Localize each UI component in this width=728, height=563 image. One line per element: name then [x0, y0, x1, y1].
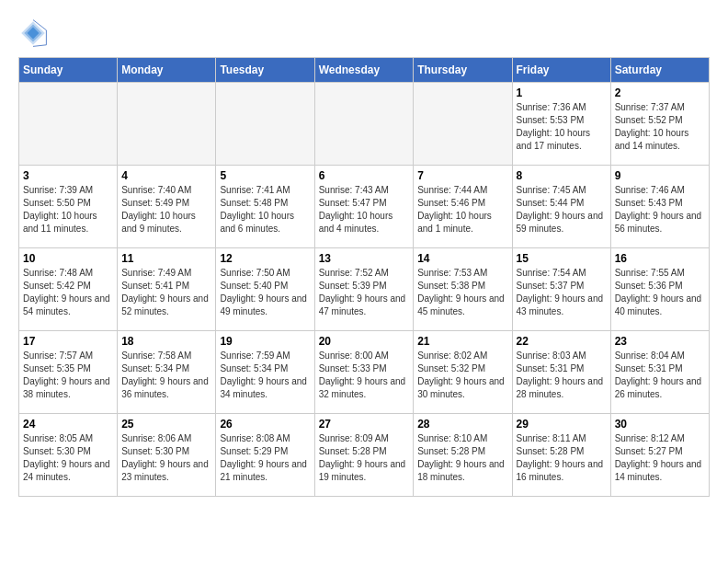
- calendar-cell: 9Sunrise: 7:46 AMSunset: 5:43 PMDaylight…: [610, 166, 709, 248]
- calendar-cell: 12Sunrise: 7:50 AMSunset: 5:40 PMDayligh…: [216, 248, 314, 331]
- calendar-cell: 18Sunrise: 7:58 AMSunset: 5:34 PMDayligh…: [118, 331, 216, 414]
- week-row-3: 10Sunrise: 7:48 AMSunset: 5:42 PMDayligh…: [19, 248, 710, 331]
- day-number: 1: [517, 86, 607, 99]
- day-number: 20: [319, 335, 410, 348]
- weekday-header-thursday: Thursday: [414, 58, 512, 83]
- day-number: 16: [615, 252, 705, 265]
- calendar-cell: 13Sunrise: 7:52 AMSunset: 5:39 PMDayligh…: [314, 248, 414, 331]
- day-number: 28: [417, 418, 507, 431]
- day-info: Sunrise: 8:11 AMSunset: 5:28 PMDaylight:…: [517, 432, 607, 484]
- day-number: 12: [220, 252, 310, 265]
- day-info: Sunrise: 7:39 AMSunset: 5:50 PMDaylight:…: [23, 184, 113, 236]
- weekday-header-sunday: Sunday: [19, 58, 118, 83]
- calendar-cell: 14Sunrise: 7:53 AMSunset: 5:38 PMDayligh…: [414, 248, 512, 331]
- day-info: Sunrise: 7:50 AMSunset: 5:40 PMDaylight:…: [220, 267, 310, 318]
- day-number: 30: [615, 418, 705, 431]
- day-number: 18: [121, 335, 211, 348]
- day-info: Sunrise: 7:41 AMSunset: 5:48 PMDaylight:…: [220, 184, 310, 236]
- day-number: 3: [23, 169, 113, 182]
- weekday-header-wednesday: Wednesday: [314, 58, 414, 83]
- day-number: 21: [417, 335, 507, 348]
- day-info: Sunrise: 8:02 AMSunset: 5:32 PMDaylight:…: [417, 350, 507, 401]
- calendar-cell: 23Sunrise: 8:04 AMSunset: 5:31 PMDayligh…: [610, 331, 709, 414]
- day-info: Sunrise: 7:58 AMSunset: 5:34 PMDaylight:…: [121, 350, 211, 401]
- day-number: 25: [121, 418, 211, 431]
- day-number: 27: [319, 418, 410, 431]
- day-info: Sunrise: 7:48 AMSunset: 5:42 PMDaylight:…: [23, 267, 113, 318]
- weekday-header-row: SundayMondayTuesdayWednesdayThursdayFrid…: [19, 58, 710, 83]
- day-info: Sunrise: 7:52 AMSunset: 5:39 PMDaylight:…: [319, 267, 410, 318]
- calendar-cell: [216, 83, 314, 166]
- day-number: 8: [517, 169, 607, 182]
- day-number: 5: [220, 169, 310, 182]
- day-number: 29: [517, 418, 607, 431]
- day-info: Sunrise: 8:10 AMSunset: 5:28 PMDaylight:…: [417, 432, 507, 484]
- day-info: Sunrise: 8:09 AMSunset: 5:28 PMDaylight:…: [319, 432, 410, 484]
- calendar-cell: 7Sunrise: 7:44 AMSunset: 5:46 PMDaylight…: [414, 166, 512, 248]
- week-row-5: 24Sunrise: 8:05 AMSunset: 5:30 PMDayligh…: [19, 414, 710, 497]
- week-row-2: 3Sunrise: 7:39 AMSunset: 5:50 PMDaylight…: [19, 166, 710, 248]
- calendar-cell: [118, 83, 216, 166]
- day-number: 10: [23, 252, 113, 265]
- weekday-header-tuesday: Tuesday: [216, 58, 314, 83]
- calendar-cell: 20Sunrise: 8:00 AMSunset: 5:33 PMDayligh…: [314, 331, 414, 414]
- day-info: Sunrise: 8:05 AMSunset: 5:30 PMDaylight:…: [23, 432, 113, 484]
- calendar-cell: 1Sunrise: 7:36 AMSunset: 5:53 PMDaylight…: [512, 83, 610, 166]
- day-info: Sunrise: 7:57 AMSunset: 5:35 PMDaylight:…: [23, 350, 113, 401]
- day-info: Sunrise: 7:37 AMSunset: 5:52 PMDaylight:…: [615, 101, 705, 153]
- calendar-cell: 10Sunrise: 7:48 AMSunset: 5:42 PMDayligh…: [19, 248, 118, 331]
- day-number: 13: [319, 252, 410, 265]
- day-number: 22: [517, 335, 607, 348]
- day-info: Sunrise: 8:08 AMSunset: 5:29 PMDaylight:…: [220, 432, 310, 484]
- calendar-cell: 11Sunrise: 7:49 AMSunset: 5:41 PMDayligh…: [118, 248, 216, 331]
- day-number: 7: [417, 169, 507, 182]
- day-number: 2: [615, 86, 705, 99]
- day-info: Sunrise: 8:00 AMSunset: 5:33 PMDaylight:…: [319, 350, 410, 401]
- calendar-cell: [414, 83, 512, 166]
- calendar-cell: 16Sunrise: 7:55 AMSunset: 5:36 PMDayligh…: [610, 248, 709, 331]
- logo-icon: [18, 18, 48, 48]
- calendar-cell: 15Sunrise: 7:54 AMSunset: 5:37 PMDayligh…: [512, 248, 610, 331]
- calendar-cell: 24Sunrise: 8:05 AMSunset: 5:30 PMDayligh…: [19, 414, 118, 497]
- day-info: Sunrise: 7:40 AMSunset: 5:49 PMDaylight:…: [121, 184, 211, 236]
- day-number: 15: [517, 252, 607, 265]
- calendar-cell: [19, 83, 118, 166]
- week-row-4: 17Sunrise: 7:57 AMSunset: 5:35 PMDayligh…: [19, 331, 710, 414]
- weekday-header-friday: Friday: [512, 58, 610, 83]
- day-info: Sunrise: 7:36 AMSunset: 5:53 PMDaylight:…: [517, 101, 607, 153]
- day-number: 23: [615, 335, 705, 348]
- calendar-cell: 22Sunrise: 8:03 AMSunset: 5:31 PMDayligh…: [512, 331, 610, 414]
- page-header: [18, 18, 710, 48]
- day-number: 4: [121, 169, 211, 182]
- day-info: Sunrise: 8:12 AMSunset: 5:27 PMDaylight:…: [615, 432, 705, 484]
- calendar: SundayMondayTuesdayWednesdayThursdayFrid…: [18, 57, 710, 497]
- day-info: Sunrise: 7:45 AMSunset: 5:44 PMDaylight:…: [517, 184, 607, 236]
- calendar-cell: 5Sunrise: 7:41 AMSunset: 5:48 PMDaylight…: [216, 166, 314, 248]
- day-info: Sunrise: 7:46 AMSunset: 5:43 PMDaylight:…: [615, 184, 705, 236]
- day-info: Sunrise: 7:55 AMSunset: 5:36 PMDaylight:…: [615, 267, 705, 318]
- calendar-cell: 17Sunrise: 7:57 AMSunset: 5:35 PMDayligh…: [19, 331, 118, 414]
- day-number: 24: [23, 418, 113, 431]
- calendar-cell: 29Sunrise: 8:11 AMSunset: 5:28 PMDayligh…: [512, 414, 610, 497]
- calendar-cell: 4Sunrise: 7:40 AMSunset: 5:49 PMDaylight…: [118, 166, 216, 248]
- day-info: Sunrise: 8:04 AMSunset: 5:31 PMDaylight:…: [615, 350, 705, 401]
- calendar-cell: 27Sunrise: 8:09 AMSunset: 5:28 PMDayligh…: [314, 414, 414, 497]
- day-number: 17: [23, 335, 113, 348]
- calendar-cell: 26Sunrise: 8:08 AMSunset: 5:29 PMDayligh…: [216, 414, 314, 497]
- day-info: Sunrise: 7:49 AMSunset: 5:41 PMDaylight:…: [121, 267, 211, 318]
- weekday-header-saturday: Saturday: [610, 58, 709, 83]
- day-info: Sunrise: 7:53 AMSunset: 5:38 PMDaylight:…: [417, 267, 507, 318]
- day-info: Sunrise: 7:54 AMSunset: 5:37 PMDaylight:…: [517, 267, 607, 318]
- day-info: Sunrise: 7:59 AMSunset: 5:34 PMDaylight:…: [220, 350, 310, 401]
- calendar-cell: [314, 83, 414, 166]
- week-row-1: 1Sunrise: 7:36 AMSunset: 5:53 PMDaylight…: [19, 83, 710, 166]
- day-number: 9: [615, 169, 705, 182]
- logo: [18, 18, 51, 48]
- day-info: Sunrise: 8:03 AMSunset: 5:31 PMDaylight:…: [517, 350, 607, 401]
- day-number: 6: [319, 169, 410, 182]
- calendar-cell: 6Sunrise: 7:43 AMSunset: 5:47 PMDaylight…: [314, 166, 414, 248]
- day-info: Sunrise: 7:43 AMSunset: 5:47 PMDaylight:…: [319, 184, 410, 236]
- weekday-header-monday: Monday: [118, 58, 216, 83]
- day-info: Sunrise: 7:44 AMSunset: 5:46 PMDaylight:…: [417, 184, 507, 236]
- calendar-cell: 8Sunrise: 7:45 AMSunset: 5:44 PMDaylight…: [512, 166, 610, 248]
